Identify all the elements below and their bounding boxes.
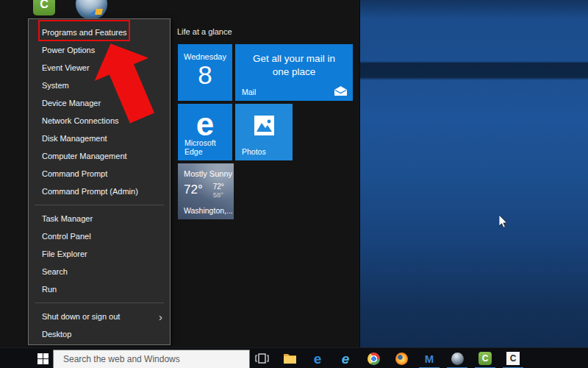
edge-taskbar-button[interactable]: e [309,348,326,368]
edge-tile[interactable]: e Microsoft Edge [178,104,232,160]
recorder-sphere-button[interactable] [448,348,466,368]
menu-item-system[interactable]: System [29,77,170,94]
task-view-icon [255,352,269,365]
malwarebytes-icon: M [425,353,434,365]
taskbar-search-input[interactable] [53,350,250,368]
menu-item-shut-down-or-sign-out[interactable]: Shut down or sign out › [29,308,170,325]
file-explorer-button[interactable] [281,348,298,368]
menu-item-computer-management[interactable]: Computer Management [29,147,170,165]
firefox-button[interactable] [392,348,410,368]
menu-item-disk-management[interactable]: Disk Management [29,130,170,147]
camtasia-green-icon: C [478,352,492,365]
menu-item-device-manager[interactable]: Device Manager [29,94,170,112]
menu-item-file-explorer[interactable]: File Explorer [29,245,170,263]
camtasia-white-icon: C [506,352,520,365]
sphere-blue-chip [90,8,96,15]
menu-item-command-prompt[interactable]: Command Prompt [29,165,170,183]
weather-high-temp: 72° [213,183,224,191]
edge-icon: e [314,352,322,366]
calendar-day-number: 8 [178,61,232,90]
mail-tile[interactable]: Get all your mail in one place Mail [235,44,353,101]
firefox-icon [395,353,408,365]
edge-app-label: Microsoft Edge [184,138,232,156]
photos-tile[interactable]: Photos [235,104,293,160]
tile-group-label: Life at a glance [177,27,232,36]
menu-item-run[interactable]: Run [29,280,170,298]
edge-logo-icon: e [178,108,232,141]
chrome-button[interactable] [365,348,382,368]
mail-app-label: Mail [242,88,256,96]
menu-item-control-panel[interactable]: Control Panel [29,227,170,245]
weather-tile[interactable]: Mostly Sunny 72° 72° 58° Washington,... [178,163,234,219]
photos-app-label: Photos [242,147,266,156]
start-button[interactable] [32,348,53,368]
camtasia-green-button[interactable]: C [476,348,494,368]
submenu-chevron-icon: › [159,311,162,322]
weather-current-temp: 72° [184,183,203,197]
camtasia-studio-sphere-icon[interactable] [76,0,107,20]
sphere-app-icon [451,353,464,365]
winx-power-user-menu: Programs and Features Power Options Even… [28,18,171,345]
sphere-yellow-chip [95,9,103,15]
folder-icon [283,353,297,364]
menu-item-command-prompt-admin[interactable]: Command Prompt (Admin) [29,183,170,200]
task-view-button[interactable] [253,348,270,368]
calendar-tile[interactable]: Wednesday 8 [178,44,232,101]
menu-divider [35,302,164,303]
photos-icon [254,116,274,135]
menu-item-desktop[interactable]: Desktop [29,325,170,343]
camtasia-icon[interactable]: C [33,0,55,15]
menu-item-network-connections[interactable]: Network Connections [29,112,170,130]
weather-location: Washington,... [184,206,233,215]
menu-item-search[interactable]: Search [29,263,170,280]
menu-divider [35,205,164,205]
windows-logo-icon [37,353,49,364]
internet-explorer-icon: e [342,352,350,366]
menu-item-event-viewer[interactable]: Event Viewer [29,59,170,77]
weather-condition: Mostly Sunny [184,169,234,178]
menu-item-programs-and-features[interactable]: Programs and Features [29,24,170,41]
mail-headline: Get all your mail in one place [235,44,353,79]
shutdown-label: Shut down or sign out [42,312,120,321]
menu-item-task-manager[interactable]: Task Manager [29,210,170,227]
malwarebytes-button[interactable]: M [420,348,438,368]
taskbar: e e M C C [0,347,588,368]
envelope-icon [334,86,347,96]
menu-item-power-options[interactable]: Power Options [29,41,170,59]
camtasia-white-button[interactable]: C [504,348,522,368]
internet-explorer-button[interactable]: e [337,348,354,368]
chrome-icon [368,353,380,365]
weather-low-temp: 58° [213,191,224,199]
